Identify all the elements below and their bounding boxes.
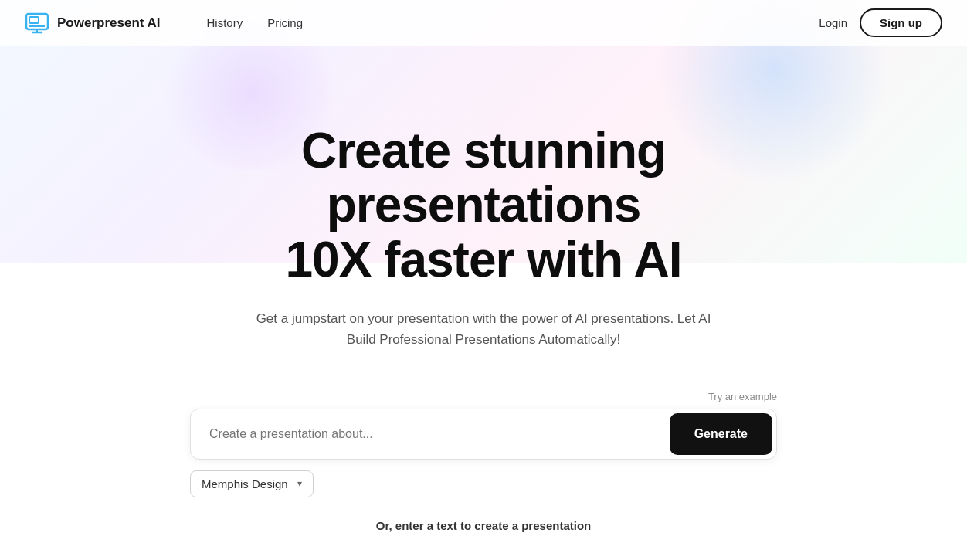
hero-title: Create stunning presentations 10X faster… <box>175 124 792 287</box>
hero-subtitle: Get a jumpstart on your presentation wit… <box>244 308 723 350</box>
main-content: Create stunning presentations 10X faster… <box>0 46 967 560</box>
signup-button[interactable]: Sign up <box>860 8 942 37</box>
style-dropdown-value: Memphis Design <box>202 477 288 490</box>
dropdown-row: Memphis Design ▾ <box>190 470 314 497</box>
or-suffix: to create a presentation <box>460 519 591 532</box>
chevron-down-icon: ▾ <box>297 478 302 489</box>
navbar: Powerpresent AI History Pricing Login Si… <box>0 0 967 46</box>
or-text: Or, enter a text to create a presentatio… <box>376 519 591 532</box>
svg-rect-1 <box>29 17 39 23</box>
hero-title-line2: 10X faster with AI <box>285 232 681 287</box>
logo-icon <box>25 11 49 36</box>
hero-title-line1: Create stunning presentations <box>301 123 666 232</box>
input-section: Try an example Generate Memphis Design ▾ <box>190 391 777 497</box>
search-row: Generate <box>190 409 777 460</box>
style-dropdown[interactable]: Memphis Design ▾ <box>190 470 314 497</box>
logo-text: Powerpresent AI <box>57 15 161 31</box>
or-prefix: Or, <box>376 519 392 532</box>
search-input[interactable] <box>191 409 666 459</box>
logo[interactable]: Powerpresent AI <box>25 11 161 36</box>
nav-right: Login Sign up <box>819 8 942 37</box>
or-bold: enter a text <box>395 519 460 532</box>
generate-button[interactable]: Generate <box>670 413 772 455</box>
try-example: Try an example <box>190 391 777 402</box>
nav-pricing[interactable]: Pricing <box>258 12 312 34</box>
login-link[interactable]: Login <box>819 16 847 29</box>
nav-history[interactable]: History <box>198 12 253 34</box>
nav-links: History Pricing <box>198 12 313 34</box>
